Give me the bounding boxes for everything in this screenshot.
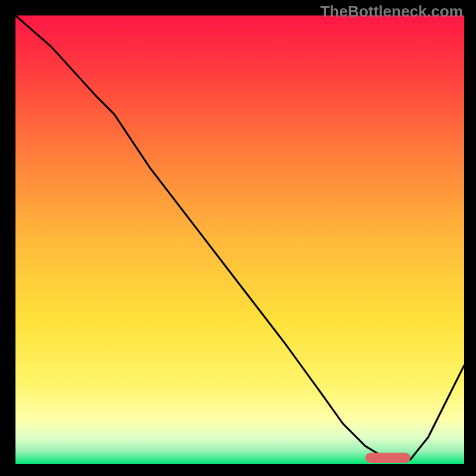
chart-frame xyxy=(15,15,464,464)
bottleneck-chart xyxy=(15,15,464,464)
optimal-range-marker xyxy=(365,453,410,463)
watermark-text: TheBottleneck.com xyxy=(320,2,463,21)
